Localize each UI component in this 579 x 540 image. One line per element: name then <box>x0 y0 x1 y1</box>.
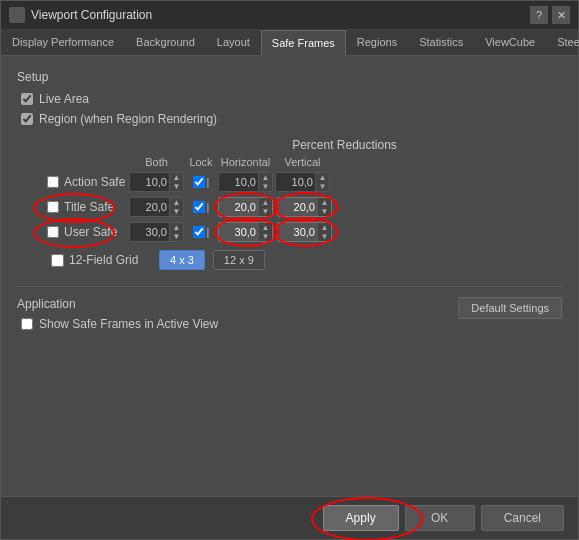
percent-reductions-table: Percent Reductions Both Lock Horizontal … <box>47 138 562 270</box>
apply-button[interactable]: Apply <box>323 505 399 531</box>
title-safe-v-down[interactable]: ▼ <box>318 207 331 216</box>
grid-4x3-button[interactable]: 4 x 3 <box>159 250 205 270</box>
grid-row: 12-Field Grid 4 x 3 12 x 9 <box>47 250 562 270</box>
action-safe-checkbox[interactable] <box>47 176 59 188</box>
action-safe-both-input[interactable] <box>130 176 169 188</box>
region-checkbox[interactable] <box>21 113 33 125</box>
application-header: Application Show Safe Frames in Active V… <box>17 297 562 337</box>
user-safe-v-arrows: ▲ ▼ <box>317 223 331 241</box>
user-safe-both-spinbox[interactable]: ▲ ▼ <box>129 222 184 242</box>
grid-checkbox[interactable] <box>51 254 64 267</box>
cancel-button[interactable]: Cancel <box>481 505 564 531</box>
action-safe-h-arrows: ▲ ▼ <box>258 173 272 191</box>
setup-label: Setup <box>17 70 562 84</box>
title-safe-name: Title Safe <box>47 200 127 214</box>
user-safe-checkbox[interactable] <box>47 226 59 238</box>
action-safe-row: Action Safe ▲ ▼ | ▲ ▼ <box>47 172 562 192</box>
live-area-checkbox[interactable] <box>21 93 33 105</box>
close-button[interactable]: ✕ <box>552 6 570 24</box>
user-safe-horizontal-spinbox[interactable]: ▲ ▼ <box>218 222 273 242</box>
action-safe-h-input[interactable] <box>219 176 258 188</box>
title-safe-both-arrows: ▲ ▼ <box>169 198 183 216</box>
action-safe-h-down[interactable]: ▼ <box>259 182 272 191</box>
help-button[interactable]: ? <box>530 6 548 24</box>
action-safe-h-up[interactable]: ▲ <box>259 173 272 182</box>
user-safe-row: User Safe ▲ ▼ | <box>47 222 562 242</box>
user-safe-h-down[interactable]: ▼ <box>259 232 272 241</box>
user-safe-v-up[interactable]: ▲ <box>318 223 331 232</box>
region-row: Region (when Region Rendering) <box>17 112 562 126</box>
tab-background[interactable]: Background <box>125 29 206 55</box>
title-safe-lock-label: | <box>207 201 210 213</box>
user-safe-both-input[interactable] <box>130 226 169 238</box>
action-safe-v-down[interactable]: ▼ <box>316 182 329 191</box>
action-safe-lock-label: | <box>207 176 210 188</box>
title-safe-both-spinbox[interactable]: ▲ ▼ <box>129 197 184 217</box>
title-safe-checkbox[interactable] <box>47 201 59 213</box>
action-safe-both-spinbox[interactable]: ▲ ▼ <box>129 172 184 192</box>
show-safe-row: Show Safe Frames in Active View <box>17 317 218 331</box>
user-safe-both-up[interactable]: ▲ <box>170 223 183 232</box>
tab-bar: Display Performance Background Layout Sa… <box>1 29 578 56</box>
col-lock-header: Lock <box>186 156 216 168</box>
user-safe-both-arrows: ▲ ▼ <box>169 223 183 241</box>
user-safe-h-input[interactable] <box>219 226 258 238</box>
show-safe-label: Show Safe Frames in Active View <box>39 317 218 331</box>
action-safe-v-arrows: ▲ ▼ <box>315 173 329 191</box>
tab-regions[interactable]: Regions <box>346 29 408 55</box>
tab-display-performance[interactable]: Display Performance <box>1 29 125 55</box>
title-safe-both-down[interactable]: ▼ <box>170 207 183 216</box>
user-safe-lock: | <box>186 226 216 238</box>
ok-button[interactable]: OK <box>405 505 475 531</box>
title-safe-lock-checkbox[interactable] <box>193 201 205 213</box>
application-label: Application <box>17 297 218 311</box>
title-safe-horizontal-spinbox[interactable]: ▲ ▼ <box>218 197 273 217</box>
title-safe-vertical-spinbox[interactable]: ▲ ▼ <box>277 197 332 217</box>
action-safe-lock-checkbox[interactable] <box>193 176 205 188</box>
title-safe-both-up[interactable]: ▲ <box>170 198 183 207</box>
user-safe-vertical-spinbox[interactable]: ▲ ▼ <box>277 222 332 242</box>
default-settings-button[interactable]: Default Settings <box>458 297 562 319</box>
title-safe-both-input[interactable] <box>130 201 169 213</box>
tab-statistics[interactable]: Statistics <box>408 29 474 55</box>
region-label: Region (when Region Rendering) <box>39 112 217 126</box>
tab-viewcube[interactable]: ViewCube <box>474 29 546 55</box>
user-safe-v-down[interactable]: ▼ <box>318 232 331 241</box>
title-safe-h-down[interactable]: ▼ <box>259 207 272 216</box>
live-area-label: Live Area <box>39 92 89 106</box>
viewport-config-window: Viewport Configuration ? ✕ Display Perfo… <box>0 0 579 540</box>
user-safe-name: User Safe <box>47 225 127 239</box>
tab-steeringwheels[interactable]: SteeringWheels <box>546 29 579 55</box>
grid-12x9-button[interactable]: 12 x 9 <box>213 250 265 270</box>
application-left: Application Show Safe Frames in Active V… <box>17 297 218 337</box>
percent-reductions-title: Percent Reductions <box>292 138 397 152</box>
tab-layout[interactable]: Layout <box>206 29 261 55</box>
column-headers: Both Lock Horizontal Vertical <box>47 156 562 168</box>
title-bar-buttons: ? ✕ <box>530 6 570 24</box>
application-section: Application Show Safe Frames in Active V… <box>17 286 562 337</box>
title-safe-v-up[interactable]: ▲ <box>318 198 331 207</box>
title-safe-h-input[interactable] <box>219 201 258 213</box>
window-title: Viewport Configuration <box>31 8 152 22</box>
title-safe-v-arrows: ▲ ▼ <box>317 198 331 216</box>
title-bar: Viewport Configuration ? ✕ <box>1 1 578 29</box>
action-safe-vertical-spinbox[interactable]: ▲ ▼ <box>275 172 330 192</box>
user-safe-lock-label: | <box>207 226 210 238</box>
user-safe-h-up[interactable]: ▲ <box>259 223 272 232</box>
grid-label: 12-Field Grid <box>69 253 138 267</box>
col-both-header: Both <box>129 156 184 168</box>
show-safe-checkbox[interactable] <box>21 318 33 330</box>
action-safe-horizontal-spinbox[interactable]: ▲ ▼ <box>218 172 273 192</box>
tab-safe-frames[interactable]: Safe Frames <box>261 30 346 56</box>
action-safe-v-input[interactable] <box>276 176 315 188</box>
title-safe-v-input[interactable] <box>278 201 317 213</box>
user-safe-v-input[interactable] <box>278 226 317 238</box>
action-safe-both-up[interactable]: ▲ <box>170 173 183 182</box>
user-safe-both-down[interactable]: ▼ <box>170 232 183 241</box>
app-icon <box>9 7 25 23</box>
action-safe-v-up[interactable]: ▲ <box>316 173 329 182</box>
user-safe-lock-checkbox[interactable] <box>193 226 205 238</box>
title-safe-h-up[interactable]: ▲ <box>259 198 272 207</box>
action-safe-both-down[interactable]: ▼ <box>170 182 183 191</box>
grid-label-container: 12-Field Grid <box>51 253 151 267</box>
